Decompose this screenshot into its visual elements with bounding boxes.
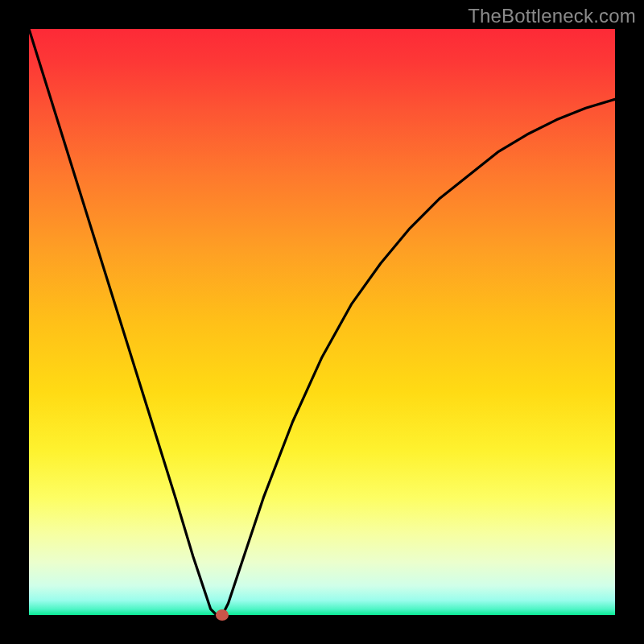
bottleneck-curve xyxy=(29,29,615,615)
plot-area xyxy=(29,29,615,615)
chart-frame: TheBottleneck.com xyxy=(0,0,644,644)
curve-path xyxy=(29,29,615,615)
optimum-marker xyxy=(216,609,229,621)
watermark-label: TheBottleneck.com xyxy=(468,5,636,27)
